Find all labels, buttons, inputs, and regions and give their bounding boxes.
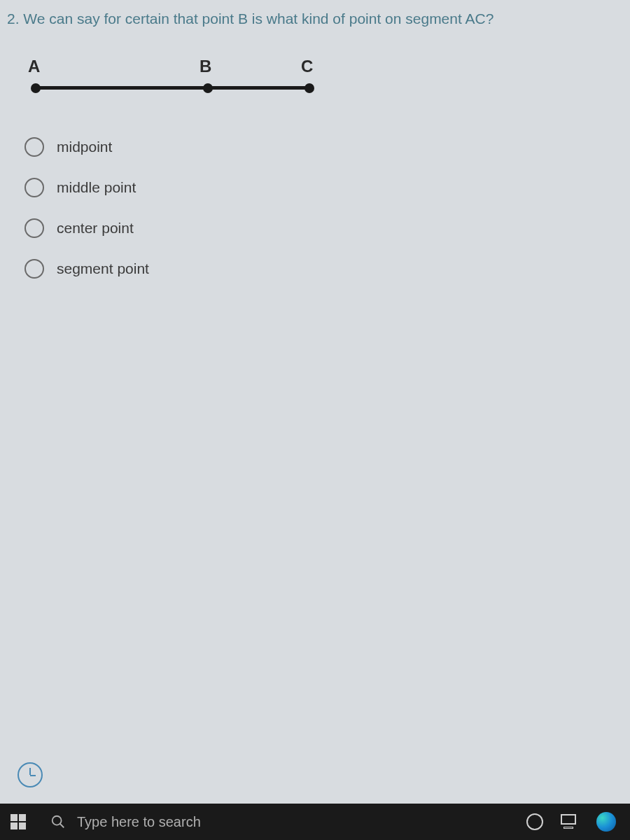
- option-label: center point: [57, 220, 134, 237]
- options-group: midpoint middle point center point segme…: [24, 137, 630, 279]
- option-label: segment point: [57, 260, 149, 277]
- svg-point-0: [52, 816, 62, 825]
- task-view-icon[interactable]: [561, 814, 579, 830]
- search-placeholder: Type here to search: [77, 814, 201, 830]
- option-midpoint[interactable]: midpoint: [24, 137, 630, 157]
- radio-icon: [24, 178, 44, 197]
- point-label-c: C: [301, 57, 313, 76]
- option-label: middle point: [57, 179, 136, 196]
- clock-hand: [29, 768, 31, 775]
- windows-icon: [10, 814, 26, 830]
- point-dot-a: [31, 83, 41, 93]
- taskbar-tray: [526, 812, 630, 832]
- start-button[interactable]: [0, 804, 36, 840]
- clock-hand: [30, 775, 36, 776]
- option-center-point[interactable]: center point: [24, 218, 630, 238]
- cortana-icon[interactable]: [526, 813, 543, 830]
- taskbar: Type here to search: [0, 804, 630, 840]
- svg-line-1: [60, 824, 64, 828]
- timer-icon[interactable]: [18, 762, 43, 788]
- segment-diagram: A B C: [28, 57, 630, 113]
- edge-icon[interactable]: [596, 812, 616, 832]
- search-icon: [50, 814, 66, 830]
- search-input[interactable]: Type here to search: [36, 804, 428, 840]
- point-dot-c: [304, 83, 314, 93]
- radio-icon: [24, 259, 44, 279]
- option-segment-point[interactable]: segment point: [24, 259, 630, 279]
- radio-icon: [24, 218, 44, 238]
- point-dot-b: [203, 83, 213, 93]
- segment-line: [34, 86, 307, 90]
- option-label: midpoint: [57, 139, 112, 155]
- option-middle-point[interactable]: middle point: [24, 178, 630, 197]
- radio-icon: [24, 137, 44, 157]
- question-number: 2.: [7, 10, 20, 27]
- question-body: We can say for certain that point B is w…: [23, 10, 493, 27]
- point-label-a: A: [28, 57, 40, 76]
- point-label-b: B: [200, 57, 211, 76]
- question-text: 2. We can say for certain that point B i…: [0, 0, 630, 43]
